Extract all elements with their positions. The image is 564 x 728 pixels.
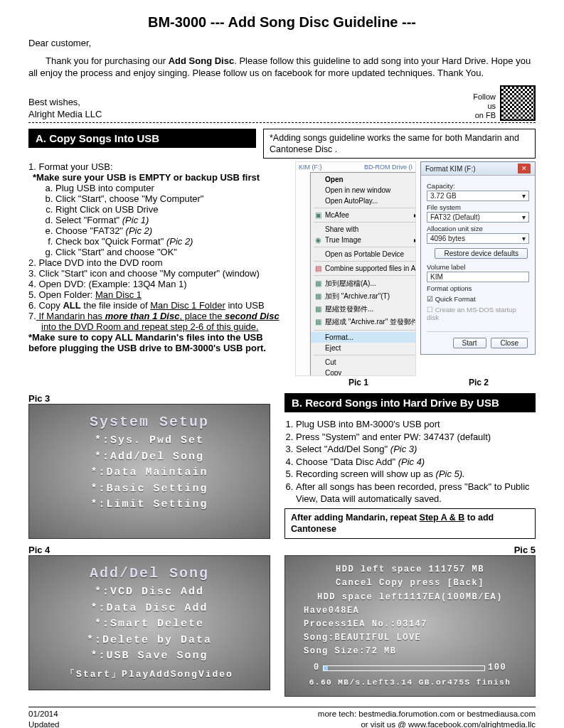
- pic4-label: Pic 4: [28, 545, 270, 555]
- restore-button[interactable]: Restore device defaults: [435, 248, 528, 259]
- pdf-icon: ▤: [314, 264, 322, 272]
- au-label: Allocation unit size: [427, 225, 529, 232]
- quickformat-checkbox[interactable]: ☑ Quick Format: [427, 295, 529, 303]
- menu-mcafee[interactable]: ▣McAfee ▸: [311, 210, 416, 220]
- dialog-title: Format KIM (F:): [425, 165, 476, 173]
- menu-copy[interactable]: Copy: [311, 368, 416, 376]
- pic3-label: Pic 3: [28, 393, 270, 404]
- close-icon[interactable]: ✕: [518, 164, 531, 173]
- menu-autoplay[interactable]: Open AutoPlay...: [311, 196, 416, 206]
- step-5: 5. Open Folder: Man Disc 1: [28, 289, 288, 300]
- close-button[interactable]: Close: [491, 338, 528, 348]
- capacity-select[interactable]: 3.72 GB▾: [427, 191, 529, 201]
- pic5-label: Pic 5: [284, 545, 536, 555]
- msdos-checkbox: ☐ Create an MS-DOS startup disk: [427, 306, 529, 321]
- menu-rar3[interactable]: ▦壓縮並發郵件...: [311, 303, 416, 316]
- step-7b: into the DVD Room and repeat step 2-6 of…: [28, 321, 288, 332]
- screen-system-setup: System Setup *:Sys. Pwd Set *:Add/Del So…: [28, 404, 270, 539]
- menu-cut[interactable]: Cut: [311, 357, 416, 368]
- footer-date: 01/2014: [28, 709, 59, 719]
- step-6: 6. Copy ALL the file inside of Man Disc …: [28, 300, 288, 311]
- step-2: 2. Place DVD into the DVD room: [28, 257, 288, 268]
- menu-rar1[interactable]: ▦加到壓縮檔(A)...: [311, 277, 416, 290]
- archive-icon: ▦: [314, 292, 322, 300]
- screen-recording: HDD left space 111757 MB Cancel Copy pre…: [284, 555, 536, 697]
- section-b-steps: Plug USB into BM-3000's USB port Press "…: [284, 418, 536, 505]
- signoff-2: Alright Media LLC: [28, 109, 102, 121]
- fs-select[interactable]: FAT32 (Default)▾: [427, 212, 529, 223]
- section-b-header: B. Record Songs into Hard Drive By USB: [284, 393, 536, 412]
- format-dialog: Format KIM (F:) ✕ Capacity: 3.72 GB▾ Fil…: [420, 161, 536, 355]
- capacity-label: Capacity:: [427, 182, 529, 190]
- progress-bar: [323, 665, 485, 671]
- menu-acrobat[interactable]: ▤Combine supported files in Acrobat...: [311, 263, 416, 274]
- menu-open[interactable]: Open: [311, 174, 416, 185]
- section-a-header: A. Copy Songs Into USB: [28, 129, 256, 148]
- menu-format[interactable]: Format...: [311, 332, 416, 343]
- page-title: BM-3000 --- Add Song Disc Guideline ---: [28, 14, 536, 31]
- archive-icon: ▦: [314, 305, 322, 313]
- menu-eject[interactable]: Eject: [311, 343, 416, 353]
- step-3: 3. Click "Start" icon and choose "My com…: [28, 268, 288, 279]
- archive-icon: ▦: [314, 318, 322, 326]
- step-7: 7. If Mandarin has more than 1 Disc, pla…: [28, 311, 288, 321]
- archive-icon: ▦: [314, 279, 322, 287]
- menu-trueimage[interactable]: ◉True Image ▸: [311, 235, 416, 245]
- vl-label: Volume label: [427, 263, 529, 271]
- section-b-note: After adding Mandarin, repeat Step A & B…: [284, 508, 536, 539]
- disk-icon: ◉: [314, 236, 322, 244]
- post-warn-2: before plugging the USB drive to BM-3000…: [28, 343, 288, 353]
- qr-icon: [500, 85, 536, 121]
- menu-share[interactable]: Share with: [311, 224, 416, 235]
- menu-rar2[interactable]: ▦加到 "Archive.rar"(T): [311, 290, 416, 303]
- post-warn-1: *Make sure to copy ALL Mandarin's files …: [28, 332, 288, 343]
- intro-text: Thank you for purchasing our Add Song Di…: [28, 55, 536, 80]
- step-4: 4. Open DVD: (Example: 13Q4 Man 1): [28, 279, 288, 289]
- vl-input[interactable]: KIM: [427, 272, 529, 282]
- menu-rar4[interactable]: ▦壓縮成 "Archive.rar" 並發郵件: [311, 316, 416, 328]
- footer-updated: Updated: [28, 719, 59, 728]
- au-select[interactable]: 4096 bytes▾: [427, 233, 529, 244]
- footer-link1: more tech: bestmedia.forumotion.com or b…: [318, 709, 536, 719]
- pic2-label: Pic 2: [422, 378, 536, 387]
- signoff-1: Best wishes,: [28, 97, 102, 109]
- greeting: Dear customer,: [28, 38, 536, 50]
- shield-icon: ▣: [314, 211, 322, 219]
- screen-add-del: Add/Del Song *:VCD Disc Add *:Data Disc …: [28, 555, 270, 690]
- fo-label: Format options: [427, 284, 529, 292]
- start-button[interactable]: Start: [453, 338, 486, 348]
- fs-label: File system: [427, 203, 529, 211]
- menu-portable[interactable]: Open as Portable Device: [311, 249, 416, 259]
- context-menu[interactable]: Open Open in new window Open AutoPlay...…: [310, 172, 416, 376]
- step-1: 1. Format your USB:: [28, 161, 288, 172]
- divider: [28, 122, 536, 123]
- pic1-label: Pic 1: [295, 378, 422, 387]
- footer-link2: or visit us @ www.facebook.com/alrightme…: [318, 719, 536, 728]
- substeps: Plug USB into computer Click "Start", ch…: [28, 183, 288, 257]
- top-note-box: *Adding songs guideline works the same f…: [263, 129, 536, 159]
- menu-open-new[interactable]: Open in new window: [311, 185, 416, 196]
- usb-warn: *Make sure your USB is EMPTY or backup U…: [28, 172, 288, 183]
- follow-label: Follow us on FB: [473, 92, 496, 121]
